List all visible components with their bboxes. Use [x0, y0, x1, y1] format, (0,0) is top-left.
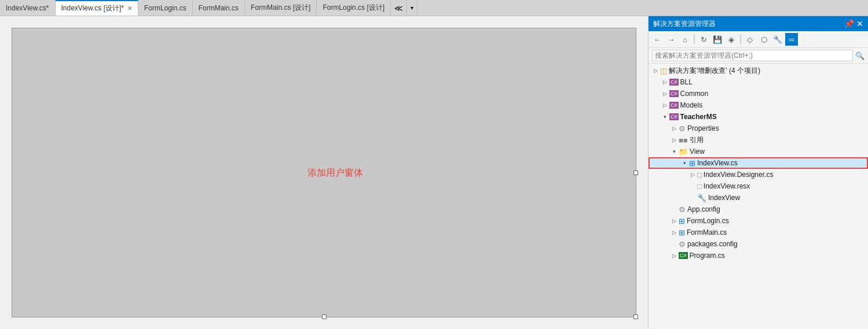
tree-label-indexview-designer: IndexView.Designer.cs [704, 171, 774, 179]
tree-label-app-config: App.config [687, 205, 720, 213]
tree-label-properties: Properties [687, 124, 719, 132]
tree-item-teacherms[interactable]: ▾ C# TeacherMS [649, 111, 868, 123]
resize-handle-right-center[interactable] [633, 171, 638, 175]
tree-arrow-models: ▷ [660, 102, 669, 108]
panel-title: 解决方案资源管理器 [653, 19, 716, 29]
tab-formlogin-design[interactable]: FormLogin.cs [设计] [317, 0, 391, 16]
program-cs-icon: C# [679, 252, 688, 259]
tab-label: FormLogin.cs [设计] [323, 3, 384, 13]
editor-area: 添加用户窗体 [0, 16, 648, 329]
tree-label-indexview-exec: IndexView [708, 194, 740, 202]
solution-tree: ▷ ◫ 解决方案'增删改查' (4 个项目) ▷ C# BLL ▷ C# Com… [649, 64, 868, 329]
tab-label: IndexView.cs [设计]* [61, 3, 124, 13]
models-icon: C# [669, 102, 679, 109]
tab-indexview-cs[interactable]: IndexView.cs* [0, 0, 56, 16]
tree-item-indexview-exec[interactable]: ▷ 🔧 IndexView [649, 192, 868, 204]
tab-label: FormLogin.cs [144, 4, 186, 12]
tree-item-app-config[interactable]: ▷ ⚙ App.config [649, 204, 868, 215]
toolbar-show-all-btn[interactable]: ◈ [725, 33, 738, 46]
panel-toolbar: ← → ⌂ ↻ 💾 ◈ ◇ ⬡ 🔧 ═ [649, 31, 868, 48]
design-canvas: 添加用户窗体 [12, 28, 636, 317]
indexview-exec-icon: 🔧 [697, 194, 706, 202]
tab-formmain-design[interactable]: FormMain.cs [设计] [245, 0, 317, 16]
tree-item-bll[interactable]: ▷ C# BLL [649, 76, 868, 88]
tree-label-common: Common [680, 90, 709, 98]
tree-arrow-solution: ▷ [651, 68, 660, 73]
tree-arrow-formlogin: ▷ [669, 218, 679, 224]
tree-item-solution[interactable]: ▷ ◫ 解决方案'增删改查' (4 个项目) [649, 65, 868, 76]
panel-pin-icon[interactable]: 📌 [844, 19, 854, 28]
search-input[interactable] [652, 50, 853, 61]
tree-arrow-teacherms: ▾ [660, 114, 669, 120]
tree-label-view: View [690, 147, 705, 156]
tree-label-formmain: FormMain.cs [687, 228, 727, 236]
toolbar-diamond-btn[interactable]: ◇ [744, 33, 756, 46]
tree-label-indexview-cs: IndexView.cs [697, 159, 738, 167]
tree-label-references: 引用 [690, 135, 704, 145]
tree-item-common[interactable]: ▷ C# Common [649, 88, 868, 99]
tree-item-view-folder[interactable]: ▾ 📁 View [649, 146, 868, 157]
toolbar-save-btn[interactable]: 💾 [711, 33, 724, 46]
tree-item-models[interactable]: ▷ C# Models [649, 99, 868, 111]
tree-item-formlogin[interactable]: ▷ ⊞ FormLogin.cs [649, 215, 868, 227]
toolbar-back-btn[interactable]: ← [651, 33, 664, 46]
solution-icon: ◫ [660, 66, 667, 75]
app-config-icon: ⚙ [679, 205, 686, 214]
tree-label-bll: BLL [680, 78, 693, 86]
tree-item-indexview-cs[interactable]: ▾ ⊞ IndexView.cs [649, 157, 868, 169]
packages-config-icon: ⚙ [679, 240, 686, 249]
solution-panel: 解决方案资源管理器 📌 ✕ ← → ⌂ ↻ 💾 ◈ ◇ ⬡ 🔧 ═ 🔍 [648, 16, 868, 329]
tab-overflow-button[interactable]: ≪ [391, 0, 407, 16]
tree-arrow-properties: ▷ [669, 125, 679, 131]
tree-item-indexview-designer[interactable]: ▷ □ IndexView.Designer.cs [649, 169, 868, 180]
main-area: 添加用户窗体 解决方案资源管理器 📌 ✕ ← → ⌂ ↻ 💾 ◈ ◇ ⬡ 🔧 [0, 16, 868, 329]
toolbar-active-btn[interactable]: ═ [785, 33, 798, 46]
tree-item-indexview-resx[interactable]: ▷ □ IndexView.resx [649, 180, 868, 192]
tree-arrow-indexview-designer: ▷ [688, 172, 697, 178]
tab-label: IndexView.cs* [6, 4, 49, 12]
toolbar-forward-btn[interactable]: → [665, 33, 677, 46]
tree-item-packages-config[interactable]: ▷ ⚙ packages.config [649, 238, 868, 250]
tree-arrow-references: ▷ [669, 137, 679, 143]
toolbar-wrench-btn[interactable]: 🔧 [771, 33, 784, 46]
bll-icon: C# [669, 79, 679, 86]
tree-arrow-indexview: ▾ [680, 160, 689, 166]
panel-close-icon[interactable]: ✕ [856, 19, 863, 28]
tree-arrow-bll: ▷ [660, 79, 669, 85]
resize-handle-bottom-center[interactable] [322, 315, 327, 319]
tab-bar: IndexView.cs* IndexView.cs [设计]* ✕ FormL… [0, 0, 868, 16]
tree-arrow-common: ▷ [660, 91, 669, 97]
tab-label: FormMain.cs [199, 4, 239, 12]
toolbar-hex-btn[interactable]: ⬡ [757, 33, 770, 46]
tree-label-packages-config: packages.config [687, 240, 738, 248]
toolbar-home-btn[interactable]: ⌂ [679, 33, 691, 46]
search-icon: 🔍 [855, 51, 865, 60]
toolbar-separator1 [694, 35, 695, 44]
tree-item-formmain[interactable]: ▷ ⊞ FormMain.cs [649, 227, 868, 238]
indexview-designer-icon: □ [697, 171, 702, 179]
teacherms-icon: C# [669, 113, 679, 120]
references-icon: ■■ [679, 136, 688, 145]
tab-formmain-cs[interactable]: FormMain.cs [193, 0, 245, 16]
tree-arrow-view: ▾ [669, 149, 679, 154]
search-bar: 🔍 [649, 48, 868, 64]
tab-indexview-design[interactable]: IndexView.cs [设计]* ✕ [56, 0, 139, 16]
tab-formlogin-cs[interactable]: FormLogin.cs [138, 0, 193, 16]
view-folder-icon: 📁 [679, 147, 688, 156]
tab-close-icon[interactable]: ✕ [127, 5, 132, 12]
tree-item-references[interactable]: ▷ ■■ 引用 [649, 134, 868, 146]
common-icon: C# [669, 90, 679, 97]
indexview-resx-icon: □ [697, 182, 702, 191]
resize-handle-bottom-right[interactable] [633, 315, 638, 319]
tree-item-properties[interactable]: ▷ ⚙ Properties [649, 123, 868, 134]
toolbar-refresh-btn[interactable]: ↻ [697, 33, 710, 46]
tree-label-solution: 解决方案'增删改查' (4 个项目) [669, 66, 760, 76]
tree-label-models: Models [680, 101, 703, 109]
tree-arrow-program-cs: ▷ [669, 253, 679, 258]
tree-label-formlogin: FormLogin.cs [687, 217, 729, 225]
tab-label: FormMain.cs [设计] [251, 3, 310, 13]
tree-label-program-cs: Program.cs [690, 252, 725, 260]
tab-dropdown-button[interactable]: ▾ [407, 0, 417, 16]
tree-item-program-cs[interactable]: ▷ C# Program.cs [649, 250, 868, 261]
indexview-icon: ⊞ [689, 159, 695, 168]
